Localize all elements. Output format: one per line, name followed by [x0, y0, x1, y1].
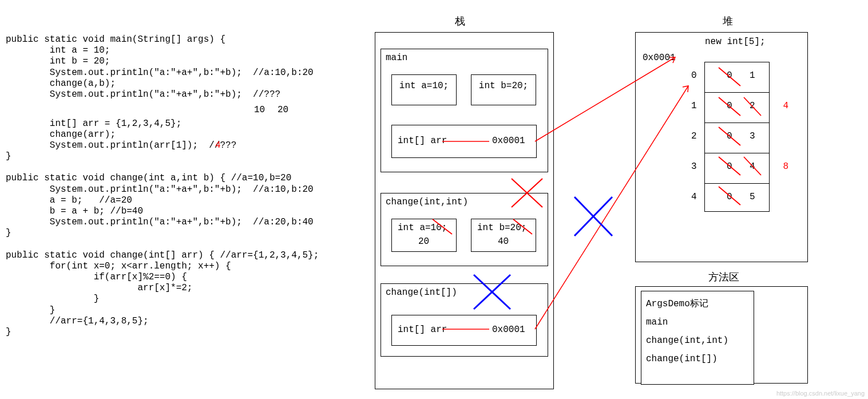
stack-frame-main: main int a=10; int b=20; int[] arr 0x000…: [381, 49, 548, 172]
ma-change2: change(int[]): [646, 350, 749, 368]
code-main-pt1: public static void main(String[] args) {…: [6, 34, 372, 100]
ma-main: main: [646, 313, 749, 331]
stack-frame-change-int-int: change(int,int) int a=10; 20 int b=20; 4…: [381, 193, 548, 266]
frame2-var-a-lbl: int a=10;: [398, 223, 447, 233]
method-area-title: 方法区: [708, 270, 739, 284]
svg-line-7: [574, 197, 612, 236]
frame2-var-b-new: 40: [498, 236, 509, 247]
code-block-pt3: } public static void change(int a,int b)…: [6, 151, 319, 338]
heap-cell-4: 4 0 5: [705, 183, 769, 214]
stack-frame-change-intarr: change(int[]) int[] arr 0x0001: [381, 283, 548, 357]
heap-title: 堆: [723, 14, 733, 28]
frame2-var-a-new: 20: [418, 236, 429, 247]
frame2-name: change(int,int): [386, 197, 468, 207]
heap-cell-1: 1 0 2 4: [705, 92, 769, 123]
heap-cell-0: 0 0 1: [705, 62, 769, 92]
code-main-pt3: } public static void change(int a,int b)…: [6, 151, 319, 338]
frame1-var-b: int b=20;: [471, 74, 536, 105]
frame1-name: main: [386, 53, 407, 63]
watermark: https://blog.csdn.net/lixue_yang: [776, 390, 865, 397]
heap-newint: new int[5];: [705, 37, 766, 47]
frame1-var-a: int a=10;: [391, 74, 457, 105]
frame2-var-b: int b=20; 40: [471, 219, 536, 252]
heap-addr: 0x0001: [643, 53, 676, 63]
frame1-arr-label: int[] arr: [398, 136, 447, 146]
ma-change1: change(int,int): [646, 331, 749, 350]
frame2-var-b-lbl: int b=20;: [477, 223, 526, 233]
frame1-arr-box: int[] arr 0x0001: [391, 125, 537, 158]
ans-4: 4: [215, 140, 221, 151]
code-main-pt2: int[] arr = {1,2,3,4,5}; change(arr); Sy…: [6, 118, 242, 152]
ans-20: 20: [278, 105, 288, 115]
frame1-arr-addr: 0x0001: [492, 136, 525, 146]
ans-10: 10: [254, 105, 265, 115]
frame3-arr-box: int[] arr 0x0001: [391, 315, 537, 346]
frame3-arr-addr: 0x0001: [492, 325, 525, 335]
code-block-pt2: int[] arr = {1,2,3,4,5}; change(arr); Sy…: [6, 118, 242, 152]
svg-line-6: [574, 197, 612, 236]
ma-class: ArgsDemo标记: [646, 295, 749, 313]
frame3-arr-lbl: int[] arr: [398, 325, 447, 335]
frame2-var-a: int a=10; 20: [391, 219, 457, 252]
heap-array: 0 0 1 1 0 2 4 2 0 3 3 0 4 8 4 0 5: [704, 62, 770, 212]
method-area-box: ArgsDemo标记 main change(int,int) change(i…: [641, 291, 754, 385]
frame3-name: change(int[]): [386, 287, 457, 298]
stack-title: 栈: [455, 14, 465, 28]
heap-cell-3: 3 0 4 8: [705, 153, 769, 183]
code-block: public static void main(String[] args) {…: [6, 34, 372, 100]
heap-cell-2: 2 0 3: [705, 123, 769, 153]
